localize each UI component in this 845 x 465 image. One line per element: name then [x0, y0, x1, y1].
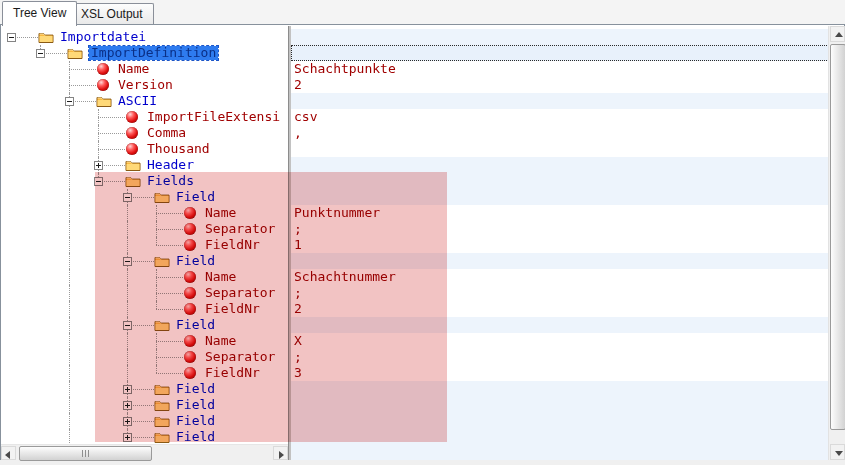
vertical-scrollbar[interactable] — [828, 26, 845, 460]
tree-connector-line — [156, 293, 157, 301]
tree-node-row[interactable]: Field — [1, 413, 288, 429]
tree-node-row[interactable]: Field — [1, 381, 288, 397]
scroll-down-button[interactable] — [830, 444, 845, 460]
tree-node-row[interactable]: Field — [1, 189, 288, 205]
tree-node-label[interactable]: Field — [176, 254, 215, 268]
tree-connector-line — [156, 373, 183, 374]
tree-node-label[interactable]: Name — [118, 62, 149, 76]
tree-node-label[interactable]: Importdatei — [60, 30, 146, 44]
tree-node-row[interactable]: Separator — [1, 349, 288, 365]
tree-node-label[interactable]: Field — [176, 414, 215, 428]
tree-node-row[interactable]: Header — [1, 157, 288, 173]
tree-node-label[interactable]: ASCII — [118, 94, 157, 108]
scroll-right-button[interactable] — [273, 446, 288, 460]
tree-node-row[interactable]: FieldNr — [1, 365, 288, 381]
expand-plus-box[interactable] — [94, 161, 103, 170]
tree-node-row[interactable]: Thousand — [1, 141, 288, 157]
red-attribute-icon — [97, 79, 109, 91]
tree-node-row[interactable]: Name — [1, 333, 288, 349]
collapse-minus-box[interactable] — [36, 49, 45, 58]
tree-connector-line — [156, 365, 157, 373]
tree-node-label[interactable]: ImportFileExtensi — [147, 110, 280, 124]
tree-node-label[interactable]: FieldNr — [205, 238, 260, 252]
tree-node-label[interactable]: Comma — [147, 126, 186, 140]
tree-node-row[interactable]: Name — [1, 205, 288, 221]
tree-node-label[interactable]: Separator — [205, 286, 275, 300]
tree-node-label[interactable]: Name — [205, 206, 236, 220]
tree-connector-line — [98, 133, 99, 141]
tree-node-row[interactable]: Importdatei — [1, 29, 288, 45]
tree-connector-line — [69, 85, 70, 93]
horizontal-scrollbar[interactable] — [1, 444, 288, 461]
value-cell — [291, 93, 829, 109]
tree-node-label[interactable]: Field — [176, 398, 215, 412]
tree-node-label[interactable]: Thousand — [147, 142, 210, 156]
tree-node-row[interactable]: Name — [1, 269, 288, 285]
tree-node-row[interactable]: Separator — [1, 221, 288, 237]
scroll-up-button[interactable] — [830, 26, 845, 42]
tree-connector-line — [98, 117, 99, 125]
collapse-minus-box[interactable] — [7, 33, 16, 42]
expand-plus-box[interactable] — [123, 417, 132, 426]
tree-node-label[interactable]: Separator — [205, 350, 275, 364]
tree-node-row[interactable]: Field — [1, 253, 288, 269]
collapse-minus-box[interactable] — [94, 177, 103, 186]
tree-connector-line — [98, 149, 99, 157]
tree-node-row[interactable]: ImportFileExtensi — [1, 109, 288, 125]
value-cell — [291, 397, 829, 413]
red-attribute-icon — [184, 223, 196, 235]
tab-tree-view[interactable]: Tree View — [2, 1, 77, 26]
tree-node-label[interactable]: Header — [147, 158, 194, 172]
node-value-text: 2 — [294, 302, 302, 316]
tree-connector-line — [69, 301, 70, 317]
tree-node-label[interactable]: Field — [176, 382, 215, 396]
tree-node-row[interactable]: FieldNr — [1, 237, 288, 253]
red-attribute-icon — [184, 239, 196, 251]
scroll-grip-icon — [82, 450, 90, 457]
scroll-left-button[interactable] — [1, 446, 16, 460]
red-attribute-icon — [184, 287, 196, 299]
tree-node-row[interactable]: Name — [1, 61, 288, 77]
tree-connector-line — [127, 301, 128, 317]
tree-connector-line — [156, 285, 157, 293]
tree-node-label[interactable]: Name — [205, 270, 236, 284]
tree-node-label[interactable]: Name — [205, 334, 236, 348]
expand-plus-box[interactable] — [123, 401, 132, 410]
tree-connector-line — [127, 269, 128, 285]
tree-node-label[interactable]: Fields — [147, 174, 194, 188]
arrow-right-icon — [279, 451, 284, 459]
tree-node-label[interactable]: Field — [176, 190, 215, 204]
tree-connector-line — [69, 285, 70, 301]
tree-node-label[interactable]: Separator — [205, 222, 275, 236]
expand-plus-box[interactable] — [123, 433, 132, 442]
horizontal-scroll-thumb[interactable] — [19, 446, 152, 461]
expand-plus-box[interactable] — [123, 385, 132, 394]
tree-connector-line — [69, 333, 70, 349]
tree-view-page: ImportdateiImportDefinitionNameVersionAS… — [0, 24, 845, 460]
collapse-minus-box[interactable] — [123, 257, 132, 266]
tree-node-label[interactable]: ImportDefinition — [89, 46, 218, 60]
tree-node-row[interactable]: Fields — [1, 173, 288, 189]
tree-node-label[interactable]: Field — [176, 318, 215, 332]
tree-node-row[interactable]: Version — [1, 77, 288, 93]
tree-node-label[interactable]: FieldNr — [205, 302, 260, 316]
tree-node-row[interactable]: ImportDefinition — [1, 45, 288, 61]
vertical-scroll-thumb[interactable] — [830, 44, 845, 430]
node-value-text: Schachtpunkte — [294, 62, 396, 76]
tree-node-row[interactable]: Field — [1, 317, 288, 333]
tree-node-row[interactable]: Comma — [1, 125, 288, 141]
collapse-minus-box[interactable] — [123, 321, 132, 330]
tree-node-row[interactable]: Field — [1, 397, 288, 413]
tab-xsl-output[interactable]: XSL Output — [70, 3, 154, 25]
tree-node-label[interactable]: FieldNr — [205, 366, 260, 380]
tree-connector-line — [69, 69, 96, 70]
tree-connector-line — [127, 285, 128, 301]
tree-node-label[interactable]: Version — [118, 78, 173, 92]
tree-node-row[interactable]: ASCII — [1, 93, 288, 109]
collapse-minus-box[interactable] — [65, 97, 74, 106]
tree-connector-line — [98, 133, 125, 134]
tree-node-row[interactable]: FieldNr — [1, 301, 288, 317]
collapse-minus-box[interactable] — [123, 193, 132, 202]
panel-splitter[interactable] — [288, 26, 291, 460]
tree-node-row[interactable]: Separator — [1, 285, 288, 301]
